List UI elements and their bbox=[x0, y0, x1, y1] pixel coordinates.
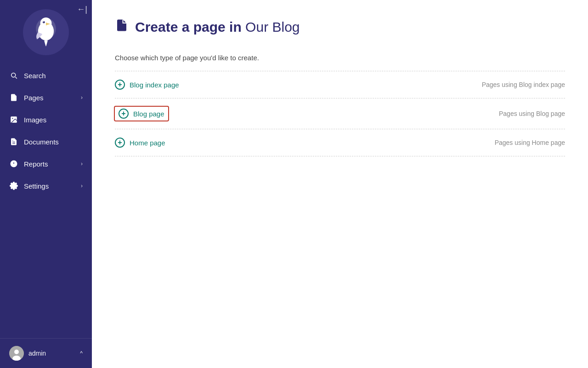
sidebar-header: ←| bbox=[0, 0, 92, 60]
add-blog-page-icon: + bbox=[119, 109, 129, 119]
blog-index-page-link[interactable]: Blog index page bbox=[130, 81, 179, 89]
sidebar-item-reports[interactable]: Reports › bbox=[0, 153, 92, 175]
page-header-icon bbox=[115, 18, 129, 35]
sidebar-item-settings[interactable]: Settings › bbox=[0, 175, 92, 197]
sidebar-footer: admin ^ bbox=[0, 338, 92, 368]
page-type-list: + Blog index page Pages using Blog index… bbox=[115, 71, 565, 156]
sidebar-item-pages[interactable]: Pages › bbox=[0, 86, 92, 109]
blog-index-using-label: Pages using Blog index page bbox=[482, 81, 565, 88]
page-type-item-blog-index: + Blog index page Pages using Blog index… bbox=[115, 71, 565, 98]
sidebar-nav: Search Pages › Images bbox=[0, 60, 92, 338]
svg-point-5 bbox=[43, 22, 44, 23]
user-info: admin bbox=[9, 346, 46, 361]
sidebar: ←| bbox=[0, 0, 92, 368]
home-page-link[interactable]: Home page bbox=[130, 139, 165, 147]
sidebar-item-label-reports: Reports bbox=[24, 160, 81, 168]
sidebar-item-images[interactable]: Images bbox=[0, 109, 92, 131]
settings-icon bbox=[9, 181, 18, 190]
collapse-button[interactable]: ←| bbox=[77, 5, 87, 14]
bird-logo-icon bbox=[30, 16, 62, 48]
svg-point-7 bbox=[12, 118, 13, 119]
pages-icon bbox=[9, 93, 18, 102]
blog-page-link[interactable]: Blog page bbox=[133, 110, 164, 118]
main-content: Create a page in Our Blog Choose which t… bbox=[92, 0, 588, 368]
page-type-left-blog-index: + Blog index page bbox=[115, 80, 179, 90]
sidebar-item-label-pages: Pages bbox=[24, 94, 81, 102]
page-type-item-home-page: + Home page Pages using Home page bbox=[115, 129, 565, 156]
home-page-using-label: Pages using Home page bbox=[495, 139, 565, 146]
page-type-left-home-page: + Home page bbox=[115, 138, 165, 148]
site-logo bbox=[23, 9, 69, 55]
admin-username: admin bbox=[28, 350, 46, 357]
add-home-page-icon: + bbox=[115, 138, 125, 148]
reports-arrow-icon: › bbox=[81, 161, 83, 167]
search-icon bbox=[9, 71, 18, 80]
blog-page-using-label: Pages using Blog page bbox=[499, 110, 565, 117]
sidebar-item-label-images: Images bbox=[24, 116, 83, 124]
settings-arrow-icon: › bbox=[81, 183, 83, 189]
svg-point-4 bbox=[43, 21, 45, 23]
reports-icon bbox=[9, 159, 18, 168]
images-icon bbox=[9, 115, 18, 124]
add-blog-index-icon: + bbox=[115, 80, 125, 90]
svg-point-15 bbox=[14, 350, 19, 354]
page-type-left-blog-page: + Blog page bbox=[115, 107, 168, 121]
sidebar-item-documents[interactable]: Documents bbox=[0, 131, 92, 153]
sidebar-item-label-documents: Documents bbox=[24, 138, 83, 146]
page-subtitle: Choose which type of page you'd like to … bbox=[115, 54, 565, 62]
sidebar-item-label-settings: Settings bbox=[24, 182, 81, 190]
page-header: Create a page in Our Blog bbox=[115, 18, 565, 35]
user-menu-chevron-icon[interactable]: ^ bbox=[80, 350, 83, 356]
sidebar-item-label-search: Search bbox=[24, 72, 83, 80]
page-title: Create a page in Our Blog bbox=[135, 19, 300, 35]
sidebar-item-search[interactable]: Search bbox=[0, 64, 92, 86]
page-type-item-blog-page: + Blog page Pages using Blog page bbox=[115, 98, 565, 129]
avatar bbox=[9, 346, 24, 361]
pages-arrow-icon: › bbox=[81, 94, 83, 101]
documents-icon bbox=[9, 137, 18, 146]
